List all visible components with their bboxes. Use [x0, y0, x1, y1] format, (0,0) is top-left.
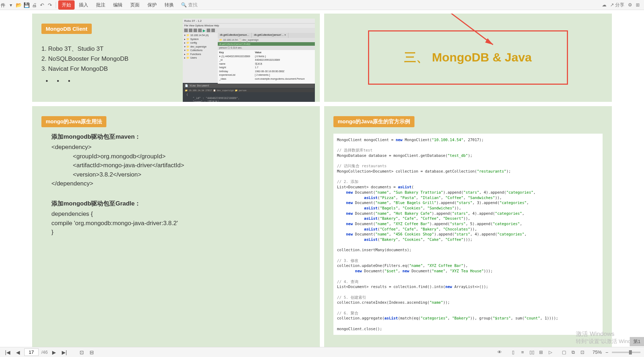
view-grid-icon[interactable]: ⊞ — [538, 349, 545, 356]
robo-query: db.getCollection('person').find({}) — [218, 42, 315, 46]
search-box[interactable]: 🔍 查找 — [181, 2, 197, 8]
tab-edit[interactable]: 编辑 — [110, 0, 126, 10]
zoom-level: 75% — [593, 349, 602, 355]
fit-width-icon[interactable]: ⊟ — [88, 349, 95, 355]
robo-crumb: 📁 10.100.14.54 📋 dev_supersign — [218, 38, 315, 42]
first-page-button[interactable]: |◀ — [4, 349, 12, 355]
layout-2-icon[interactable]: ⧉ — [570, 349, 577, 356]
share-button[interactable]: ↗ 分享 — [610, 2, 624, 8]
slide4-code: MongoClient mongoClient = new MongoClien… — [333, 134, 603, 335]
next-page-button[interactable]: ▶ — [51, 349, 57, 355]
eye-icon[interactable]: 👁 — [496, 349, 503, 356]
gradle-title: 添加mongodb驱动包至Gradle： — [51, 199, 311, 208]
search-label: 查找 — [188, 2, 197, 8]
play-icon[interactable]: ▷ — [547, 349, 554, 356]
slide1-header: MongoDB Client — [41, 24, 92, 34]
bottom-statusbar: |◀ ◀ /46 ▶ ▶| ⊡ ⊟ 👁 ▯ ≡ ▯▯ ⊞ ▷ ▢ ⧉ ⊡ 75%… — [0, 347, 644, 357]
slide-mongodb-client: MongoDB Client 1. Robo 3T、Studio 3T 2. N… — [32, 14, 320, 102]
tab-insert[interactable]: 插入 — [75, 0, 92, 10]
prev-page-button[interactable]: ◀ — [15, 349, 21, 355]
toolbar-divider — [56, 2, 56, 8]
slide4-header: mongo的Java原生的官方示例 — [333, 116, 414, 127]
layout-1-icon[interactable]: ▢ — [560, 349, 568, 356]
fit-screen-icon[interactable]: ⊡ — [78, 349, 85, 355]
print-icon[interactable]: 🖨 — [31, 1, 38, 9]
file-menu-edge[interactable]: 件 — [1, 2, 5, 9]
more-icon[interactable]: ⊞ — [636, 2, 640, 8]
view-facing-icon[interactable]: ▯▯ — [528, 349, 535, 356]
zoom-slider[interactable] — [612, 352, 640, 353]
zoom-out-button[interactable]: − — [604, 349, 610, 355]
dropdown-icon[interactable]: ▾ — [7, 1, 14, 9]
tab-page[interactable]: 页面 — [127, 0, 143, 10]
view-single-icon[interactable]: ▯ — [510, 349, 517, 356]
page-badge: 第1 — [630, 337, 644, 346]
page-total: /46 — [41, 349, 48, 355]
robo-tabs: db.getCollection('person… db.getCollecti… — [218, 33, 315, 38]
slide3-body: 添加mongodb驱动包至maven： <dependency> <groupI… — [51, 132, 311, 237]
top-toolbar: 件 ▾ 📂 💾 🖨 ↶ ↷ 开始 插入 批注 编辑 页面 保护 转换 🔍 查找 … — [0, 0, 644, 10]
slide-mongodb-java: 三、 MongoDB & Java — [324, 14, 612, 102]
slide2-title: 三、 MongoDB & Java — [391, 49, 545, 66]
slide-java-native-usage: mongo的Java原生用法 添加mongodb驱动包至maven： <depe… — [32, 106, 320, 347]
page-number-input[interactable] — [24, 348, 39, 356]
settings-icon[interactable]: ⚙ — [628, 2, 632, 8]
robo-code-view: 📄 View Document 📁 10.100.14.54 27017 📋 d… — [183, 83, 315, 102]
maven-title: 添加mongodb驱动包至maven： — [51, 132, 311, 142]
undo-icon[interactable]: ↶ — [39, 1, 46, 9]
tab-annotate[interactable]: 批注 — [92, 0, 109, 10]
document-canvas[interactable]: MongoDB Client 1. Robo 3T、Studio 3T 2. N… — [0, 10, 644, 347]
tab-start[interactable]: 开始 — [58, 0, 75, 10]
title-box: 三、 MongoDB & Java — [368, 30, 568, 85]
search-icon: 🔍 — [181, 2, 187, 8]
cloud-icon[interactable]: ☁ — [602, 2, 607, 8]
tab-protect[interactable]: 保护 — [144, 0, 160, 10]
play-icon: ▶ — [203, 29, 206, 33]
save-icon[interactable]: 💾 — [23, 1, 30, 9]
robo-grid: KeyValue ▾ (1) 440402199910210089{ 6 fie… — [218, 50, 315, 84]
last-page-button[interactable]: ▶| — [60, 349, 69, 355]
view-continuous-icon[interactable]: ≡ — [519, 349, 526, 356]
layout-3-icon[interactable]: ⊡ — [579, 349, 586, 356]
robo-tree: ▾ 📁 10.100.14.54 (4) ▸ 📁 System ▸ 📁 conf… — [183, 33, 218, 83]
redo-icon[interactable]: ↷ — [46, 1, 54, 9]
slide3-header: mongo的Java原生用法 — [41, 116, 106, 127]
robo-menu: File View Options Window Help — [183, 24, 315, 28]
robo-toolbar: ▶ — [183, 28, 315, 33]
open-icon[interactable]: 📂 — [15, 1, 22, 9]
robo-gridhdr: person ⓘ 0.314 sec. — [218, 46, 315, 50]
tab-convert[interactable]: 转换 — [161, 0, 177, 10]
robo-titlebar: Robo 3T - 1.2 — [183, 19, 315, 24]
robo3t-screenshot: Robo 3T - 1.2 File View Options Window H… — [183, 19, 315, 102]
slide-java-official-example: mongo的Java原生的官方示例 MongoClient mongoClien… — [324, 106, 612, 347]
